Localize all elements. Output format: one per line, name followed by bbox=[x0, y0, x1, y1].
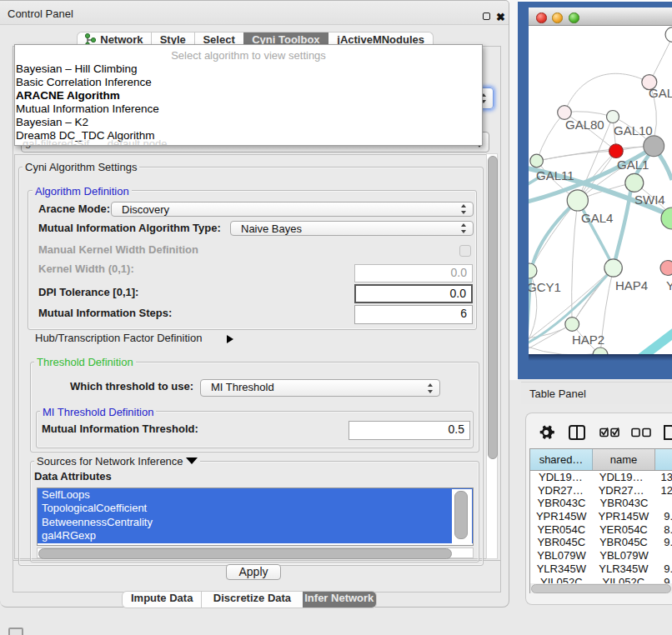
svg-text:GAL10: GAL10 bbox=[614, 123, 653, 138]
svg-text:GAL80: GAL80 bbox=[565, 118, 604, 132]
svg-text:GAL: GAL bbox=[649, 86, 672, 100]
svg-text:GAL1: GAL1 bbox=[617, 158, 649, 172]
svg-text:GCY1: GCY1 bbox=[529, 280, 561, 294]
svg-text:SWI4: SWI4 bbox=[634, 192, 665, 207]
svg-text:GAL4: GAL4 bbox=[581, 211, 613, 225]
svg-text:GAL11: GAL11 bbox=[536, 168, 574, 182]
svg-text:HAP2: HAP2 bbox=[572, 332, 604, 347]
svg-text:HAP4: HAP4 bbox=[615, 278, 648, 292]
svg-text:Y: Y bbox=[666, 278, 672, 292]
